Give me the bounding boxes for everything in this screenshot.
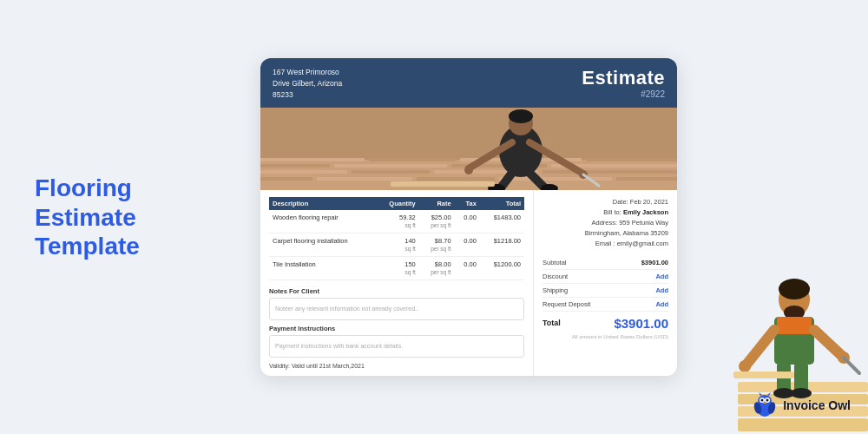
cell-rate: $8.00per sq ft [419, 256, 455, 279]
col-quantity: Quantity [376, 197, 419, 210]
svg-rect-16 [417, 177, 495, 181]
svg-rect-6 [260, 164, 330, 168]
svg-rect-18 [616, 177, 677, 181]
cell-quantity: 59.32sq ft [376, 210, 419, 233]
col-tax: Tax [455, 197, 480, 210]
discount-row: Discount Add [542, 270, 668, 284]
svg-point-21 [509, 109, 533, 123]
svg-line-50 [844, 358, 859, 373]
table-header-row: Description Quantity Rate Tax Total [269, 197, 524, 210]
svg-rect-11 [352, 170, 430, 174]
svg-rect-17 [499, 177, 612, 181]
svg-rect-30 [391, 181, 495, 187]
deposit-label: Request Deposit [542, 300, 590, 308]
brand-logo: Invoice Owl [752, 392, 851, 418]
svg-rect-3 [369, 158, 456, 161]
address-line: Address: 959 Petunia Way [542, 218, 668, 228]
svg-point-37 [779, 279, 810, 299]
discount-add-link[interactable]: Add [655, 273, 668, 280]
shipping-row: Shipping Add [542, 284, 668, 298]
cell-tax: 0.00 [455, 233, 480, 256]
notes-input[interactable]: Noteer any relevant information not alre… [269, 298, 524, 320]
card-header: 167 West Primoroso Drive Gilbert, Arizon… [260, 58, 677, 107]
cell-description: Tile Installation [269, 256, 376, 279]
svg-marker-60 [759, 392, 762, 396]
items-table: Description Quantity Rate Tax Total Wood… [269, 197, 524, 280]
cell-quantity: 140sq ft [376, 233, 419, 256]
svg-rect-10 [260, 170, 347, 174]
svg-rect-14 [260, 177, 312, 181]
svg-rect-35 [738, 418, 868, 431]
deposit-add-link[interactable]: Add [655, 300, 668, 308]
cell-rate: $25.00per sq ft [419, 210, 455, 233]
left-title-section: Flooring Estimate Template [35, 174, 208, 261]
cell-total: $1218.00 [480, 233, 524, 256]
company-address: 167 West Primoroso Drive Gilbert, Arizon… [273, 67, 342, 100]
svg-rect-15 [317, 177, 412, 181]
cell-rate: $8.70per sq ft [419, 233, 455, 256]
subtotal-value: $3901.00 [641, 259, 668, 266]
svg-rect-2 [260, 158, 365, 161]
svg-rect-40 [777, 317, 812, 334]
estimate-card: 167 West Primoroso Drive Gilbert, Arizon… [260, 58, 677, 375]
estimate-number: #2922 [582, 89, 665, 99]
notes-label: Notes For Client [269, 287, 524, 295]
total-value: $3901.00 [614, 316, 668, 331]
cell-total: $1483.00 [480, 210, 524, 233]
svg-point-31 [464, 166, 473, 174]
payment-input[interactable]: Payment instructions with bank account d… [269, 335, 524, 358]
svg-rect-13 [542, 170, 677, 174]
brand-name: Invoice Owl [783, 398, 851, 412]
svg-rect-7 [334, 164, 447, 168]
svg-point-43 [739, 360, 751, 372]
table-row: Tile Installation 150sq ft $8.00per sq f… [269, 256, 524, 279]
svg-line-42 [814, 330, 842, 356]
cell-tax: 0.00 [455, 210, 480, 233]
svg-rect-5 [586, 158, 677, 161]
date-line: Date: Feb 20, 2021 [542, 197, 668, 207]
cell-description: Carpet flooring installation [269, 233, 376, 256]
total-label: Total [542, 319, 561, 327]
svg-point-55 [761, 399, 764, 402]
bill-info: Date: Feb 20, 2021 Bill to: Emily Jackso… [542, 197, 668, 249]
table-row: Carpet flooring installation 140sq ft $8… [269, 233, 524, 256]
page-title: Flooring Estimate Template [35, 174, 208, 261]
email-line: Email : emily@gmail.com [542, 239, 668, 249]
usd-note: All amount in United States Dollars (USD… [542, 334, 668, 339]
svg-point-56 [766, 399, 769, 402]
validity-text: Validity: Valid until 21st March,2021 [269, 363, 524, 369]
total-row: Total $3901.00 [542, 312, 668, 332]
shipping-add-link[interactable]: Add [655, 286, 668, 294]
payment-label: Payment Instructions [269, 325, 524, 332]
shipping-label: Shipping [542, 286, 568, 294]
col-rate: Rate [419, 197, 455, 210]
page-wrapper: Flooring Estimate Template 167 West Prim… [0, 0, 868, 434]
notes-section: Notes For Client Noteer any relevant inf… [269, 287, 524, 320]
discount-label: Discount [542, 273, 568, 280]
subtotal-row: Subtotal $3901.00 [542, 256, 668, 270]
owl-icon [752, 392, 778, 418]
estimate-label: Estimate #2922 [582, 67, 665, 99]
hero-svg [260, 108, 677, 190]
bill-to-line: Bill to: Emily Jackson [542, 207, 668, 218]
table-row: Wooden flooring repair 59.32sq ft $25.00… [269, 210, 524, 233]
card-left: Description Quantity Rate Tax Total Wood… [260, 190, 534, 376]
hero-image [260, 108, 677, 190]
cell-description: Wooden flooring repair [269, 210, 376, 233]
svg-marker-61 [767, 392, 771, 396]
card-right: Date: Feb 20, 2021 Bill to: Emily Jackso… [534, 190, 677, 376]
estimate-title: Estimate [582, 67, 665, 89]
card-body: Description Quantity Rate Tax Total Wood… [260, 190, 677, 376]
deposit-row: Request Deposit Add [542, 298, 668, 312]
cell-quantity: 150sq ft [376, 256, 419, 279]
col-total: Total [480, 197, 524, 210]
col-description: Description [269, 197, 376, 210]
svg-line-41 [746, 330, 774, 365]
subtotal-label: Subtotal [542, 259, 567, 266]
payment-section: Payment Instructions Payment instruction… [269, 325, 524, 358]
cell-total: $1200.00 [480, 256, 524, 279]
svg-rect-49 [733, 372, 794, 378]
city-line: Birmingham, Alabama 35209 [542, 228, 668, 239]
cell-tax: 0.00 [455, 256, 480, 279]
